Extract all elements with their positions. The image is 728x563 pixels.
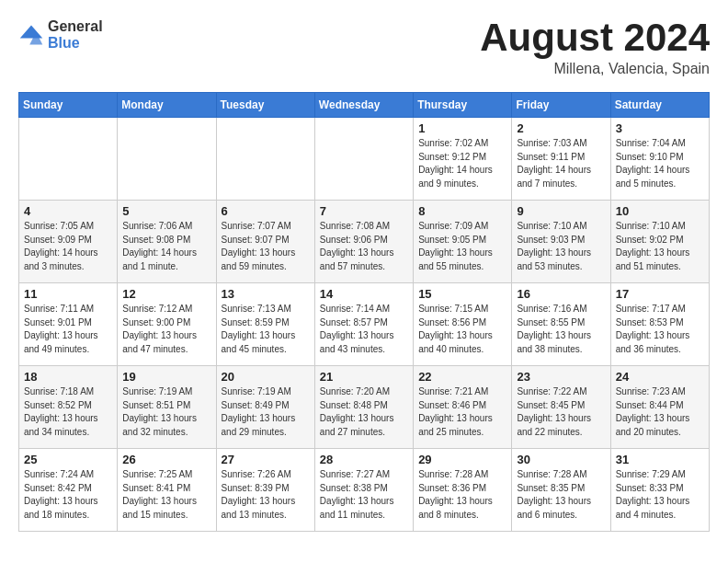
day-number: 2 <box>517 121 605 135</box>
week-row-1: 1Sunrise: 7:02 AM Sunset: 9:12 PM Daylig… <box>19 118 710 201</box>
day-number: 19 <box>122 370 210 384</box>
day-info: Sunrise: 7:07 AM Sunset: 9:07 PM Dayligh… <box>222 220 310 273</box>
day-number: 12 <box>122 287 210 301</box>
day-info: Sunrise: 7:19 AM Sunset: 8:51 PM Dayligh… <box>122 385 210 439</box>
day-info: Sunrise: 7:28 AM Sunset: 8:35 PM Dayligh… <box>517 468 605 522</box>
day-info: Sunrise: 7:18 AM Sunset: 8:52 PM Dayligh… <box>24 385 112 439</box>
logo-text: General Blue <box>48 18 103 51</box>
day-info: Sunrise: 7:10 AM Sunset: 9:02 PM Dayligh… <box>616 220 704 273</box>
weekday-friday: Friday <box>512 93 610 118</box>
day-number: 13 <box>222 287 310 301</box>
day-cell <box>216 118 314 201</box>
day-number: 30 <box>517 453 605 466</box>
day-cell: 6Sunrise: 7:07 AM Sunset: 9:07 PM Daylig… <box>216 201 314 283</box>
day-info: Sunrise: 7:17 AM Sunset: 8:53 PM Dayligh… <box>616 303 704 356</box>
week-row-5: 25Sunrise: 7:24 AM Sunset: 8:42 PM Dayli… <box>19 449 710 532</box>
day-number: 23 <box>517 370 605 384</box>
logo-blue-label: Blue <box>48 35 103 52</box>
day-number: 25 <box>24 453 112 466</box>
day-info: Sunrise: 7:19 AM Sunset: 8:49 PM Dayligh… <box>222 385 310 439</box>
day-cell: 11Sunrise: 7:11 AM Sunset: 9:01 PM Dayli… <box>19 283 118 366</box>
weekday-wednesday: Wednesday <box>314 93 413 118</box>
day-number: 29 <box>418 453 506 466</box>
weekday-monday: Monday <box>118 93 216 118</box>
weekday-tuesday: Tuesday <box>216 93 314 118</box>
day-info: Sunrise: 7:05 AM Sunset: 9:09 PM Dayligh… <box>24 220 112 273</box>
day-number: 26 <box>122 453 210 466</box>
weekday-saturday: Saturday <box>610 93 709 118</box>
day-cell: 26Sunrise: 7:25 AM Sunset: 8:41 PM Dayli… <box>118 449 216 532</box>
day-info: Sunrise: 7:14 AM Sunset: 8:57 PM Dayligh… <box>320 303 408 356</box>
day-cell: 24Sunrise: 7:23 AM Sunset: 8:44 PM Dayli… <box>610 366 709 449</box>
day-info: Sunrise: 7:29 AM Sunset: 8:33 PM Dayligh… <box>616 468 704 522</box>
day-info: Sunrise: 7:20 AM Sunset: 8:48 PM Dayligh… <box>320 385 408 439</box>
day-cell: 29Sunrise: 7:28 AM Sunset: 8:36 PM Dayli… <box>414 449 512 532</box>
day-cell: 23Sunrise: 7:22 AM Sunset: 8:45 PM Dayli… <box>512 366 610 449</box>
calendar-body: 1Sunrise: 7:02 AM Sunset: 9:12 PM Daylig… <box>19 118 710 532</box>
day-cell <box>314 118 413 201</box>
day-cell: 10Sunrise: 7:10 AM Sunset: 9:02 PM Dayli… <box>610 201 709 283</box>
weekday-sunday: Sunday <box>19 93 118 118</box>
day-cell: 27Sunrise: 7:26 AM Sunset: 8:39 PM Dayli… <box>216 449 314 532</box>
day-info: Sunrise: 7:10 AM Sunset: 9:03 PM Dayligh… <box>517 220 605 273</box>
day-info: Sunrise: 7:22 AM Sunset: 8:45 PM Dayligh… <box>517 385 605 439</box>
day-info: Sunrise: 7:02 AM Sunset: 9:12 PM Dayligh… <box>418 137 506 190</box>
logo-icon <box>18 22 44 48</box>
day-info: Sunrise: 7:13 AM Sunset: 8:59 PM Dayligh… <box>222 303 310 356</box>
day-info: Sunrise: 7:16 AM Sunset: 8:55 PM Dayligh… <box>517 303 605 356</box>
day-number: 31 <box>616 453 704 466</box>
day-info: Sunrise: 7:26 AM Sunset: 8:39 PM Dayligh… <box>222 468 310 522</box>
day-info: Sunrise: 7:03 AM Sunset: 9:11 PM Dayligh… <box>517 137 605 190</box>
week-row-3: 11Sunrise: 7:11 AM Sunset: 9:01 PM Dayli… <box>19 283 710 366</box>
week-row-2: 4Sunrise: 7:05 AM Sunset: 9:09 PM Daylig… <box>19 201 710 283</box>
calendar-table: Sunday Monday Tuesday Wednesday Thursday… <box>18 92 710 532</box>
day-number: 6 <box>222 204 310 218</box>
day-cell: 4Sunrise: 7:05 AM Sunset: 9:09 PM Daylig… <box>19 201 118 283</box>
calendar-header: Sunday Monday Tuesday Wednesday Thursday… <box>19 93 710 118</box>
day-info: Sunrise: 7:25 AM Sunset: 8:41 PM Dayligh… <box>122 468 210 522</box>
day-number: 16 <box>517 287 605 301</box>
day-cell: 7Sunrise: 7:08 AM Sunset: 9:06 PM Daylig… <box>314 201 413 283</box>
day-cell: 28Sunrise: 7:27 AM Sunset: 8:38 PM Dayli… <box>314 449 413 532</box>
day-cell: 22Sunrise: 7:21 AM Sunset: 8:46 PM Dayli… <box>414 366 512 449</box>
day-cell: 21Sunrise: 7:20 AM Sunset: 8:48 PM Dayli… <box>314 366 413 449</box>
weekday-row: Sunday Monday Tuesday Wednesday Thursday… <box>19 93 710 118</box>
day-number: 3 <box>616 121 704 135</box>
day-number: 14 <box>320 287 408 301</box>
day-cell: 17Sunrise: 7:17 AM Sunset: 8:53 PM Dayli… <box>610 283 709 366</box>
day-cell: 8Sunrise: 7:09 AM Sunset: 9:05 PM Daylig… <box>414 201 512 283</box>
day-cell: 13Sunrise: 7:13 AM Sunset: 8:59 PM Dayli… <box>216 283 314 366</box>
logo: General Blue <box>18 18 103 51</box>
day-cell: 25Sunrise: 7:24 AM Sunset: 8:42 PM Dayli… <box>19 449 118 532</box>
day-cell: 12Sunrise: 7:12 AM Sunset: 9:00 PM Dayli… <box>118 283 216 366</box>
day-number: 11 <box>24 287 112 301</box>
day-info: Sunrise: 7:24 AM Sunset: 8:42 PM Dayligh… <box>24 468 112 522</box>
day-cell: 5Sunrise: 7:06 AM Sunset: 9:08 PM Daylig… <box>118 201 216 283</box>
day-cell: 15Sunrise: 7:15 AM Sunset: 8:56 PM Dayli… <box>414 283 512 366</box>
day-cell: 9Sunrise: 7:10 AM Sunset: 9:03 PM Daylig… <box>512 201 610 283</box>
day-info: Sunrise: 7:12 AM Sunset: 9:00 PM Dayligh… <box>122 303 210 356</box>
day-info: Sunrise: 7:23 AM Sunset: 8:44 PM Dayligh… <box>616 385 704 439</box>
day-cell: 31Sunrise: 7:29 AM Sunset: 8:33 PM Dayli… <box>610 449 709 532</box>
day-cell: 18Sunrise: 7:18 AM Sunset: 8:52 PM Dayli… <box>19 366 118 449</box>
day-info: Sunrise: 7:04 AM Sunset: 9:10 PM Dayligh… <box>616 137 704 190</box>
location-subtitle: Millena, Valencia, Spain <box>480 61 710 77</box>
day-number: 28 <box>320 453 408 466</box>
day-number: 4 <box>24 204 112 218</box>
day-info: Sunrise: 7:15 AM Sunset: 8:56 PM Dayligh… <box>418 303 506 356</box>
page-header: General Blue August 2024 Millena, Valenc… <box>18 18 710 77</box>
week-row-4: 18Sunrise: 7:18 AM Sunset: 8:52 PM Dayli… <box>19 366 710 449</box>
title-block: August 2024 Millena, Valencia, Spain <box>480 18 710 77</box>
svg-marker-0 <box>20 25 43 38</box>
day-number: 17 <box>616 287 704 301</box>
day-number: 9 <box>517 204 605 218</box>
day-cell <box>118 118 216 201</box>
day-number: 24 <box>616 370 704 384</box>
day-info: Sunrise: 7:28 AM Sunset: 8:36 PM Dayligh… <box>418 468 506 522</box>
day-number: 5 <box>122 204 210 218</box>
day-number: 20 <box>222 370 310 384</box>
day-number: 21 <box>320 370 408 384</box>
day-number: 8 <box>418 204 506 218</box>
day-number: 22 <box>418 370 506 384</box>
day-cell: 19Sunrise: 7:19 AM Sunset: 8:51 PM Dayli… <box>118 366 216 449</box>
